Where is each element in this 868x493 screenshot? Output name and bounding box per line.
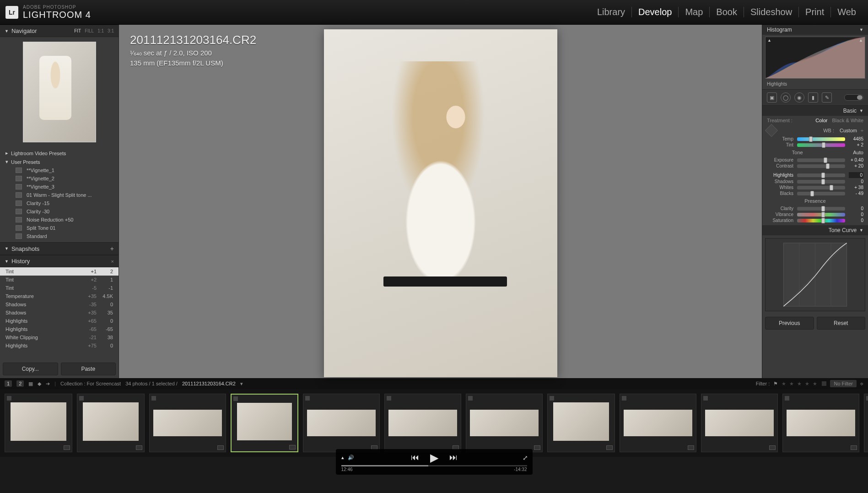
navigator-preview[interactable] (23, 42, 96, 142)
filmstrip-thumb[interactable] (5, 394, 72, 452)
prev-photo-icon[interactable]: ◆ (38, 381, 41, 387)
slider-vibrance[interactable]: Vibrance0 (762, 211, 868, 217)
slider-temp[interactable]: Temp4485 (762, 136, 868, 142)
video-scrubber[interactable] (341, 465, 527, 466)
history-entry[interactable]: Tint+21 (0, 276, 119, 284)
redeye-tool-icon[interactable]: ◉ (794, 92, 804, 103)
loupe-view[interactable]: 201112131203164.CR2 ¹⁄₆₄₀ sec at ƒ / 2.0… (119, 25, 762, 378)
snapshots-header[interactable]: ▼ Snapshots + (0, 242, 119, 255)
preset-item[interactable]: Noise Reduction +50 (0, 216, 119, 224)
clear-history-icon[interactable]: × (111, 259, 114, 264)
module-print[interactable]: Print (798, 7, 830, 17)
module-library[interactable]: Library (591, 7, 631, 17)
preset-item[interactable]: **Vignette_2 (0, 174, 119, 183)
history-entry[interactable]: Highlights-65-65 (0, 325, 119, 333)
tonecurve-header[interactable]: Tone Curve ▼ (762, 225, 868, 235)
history-entry[interactable]: Highlights+650 (0, 317, 119, 325)
add-snapshot-icon[interactable]: + (110, 245, 114, 252)
module-map[interactable]: Map (678, 7, 709, 17)
treatment-bw[interactable]: Black & White (832, 118, 863, 123)
filmstrip[interactable] (0, 389, 868, 457)
wb-dropdown[interactable]: Custom (840, 128, 857, 133)
slider-whites[interactable]: Whites+ 38 (762, 184, 868, 190)
preset-item[interactable]: **Vignette_1 (0, 166, 119, 174)
tone-curve-editor[interactable] (765, 238, 865, 311)
black-clip-indicator[interactable]: ▲ (767, 38, 771, 43)
history-entry[interactable]: White Clipping-2138 (0, 333, 119, 341)
slider-highlights[interactable]: Highlights0 (762, 172, 868, 179)
filmstrip-thumb[interactable] (384, 394, 461, 452)
filmstrip-thumb[interactable] (547, 394, 615, 452)
rewind-button[interactable]: ⏮ (411, 453, 419, 462)
spot-tool-icon[interactable]: ◯ (781, 92, 791, 103)
filmstrip-thumb[interactable] (864, 394, 868, 452)
preset-folder-video[interactable]: ▸Lightroom Video Presets (0, 149, 119, 157)
slider-saturation[interactable]: Saturation0 (762, 217, 868, 223)
slider-clarity[interactable]: Clarity0 (762, 206, 868, 211)
treatment-color[interactable]: Color (815, 118, 827, 123)
grid-icon[interactable]: ▦ (28, 381, 33, 387)
module-book[interactable]: Book (709, 7, 744, 17)
next-photo-icon[interactable]: ➔ (46, 381, 50, 387)
slider-shadows[interactable]: Shadows0 (762, 179, 868, 184)
dropdown-icon[interactable]: ÷ (861, 128, 863, 133)
filmstrip-thumb[interactable] (701, 394, 778, 452)
crop-tool-icon[interactable]: ▣ (767, 92, 777, 103)
main-image[interactable] (324, 29, 557, 377)
zoom-fit[interactable]: FIT (74, 28, 81, 33)
preset-item[interactable]: Standard (0, 232, 119, 240)
star-filter[interactable]: ★ ★ ★ ★ ★ (782, 381, 818, 387)
white-clip-indicator[interactable]: ▲ (859, 38, 863, 43)
filmstrip-thumb[interactable] (77, 394, 145, 452)
history-entry[interactable]: Tint+12 (0, 267, 119, 276)
volume-icon[interactable]: 🔊 (348, 455, 354, 460)
slider-tint[interactable]: Tint+ 2 (762, 142, 868, 148)
airplay-icon[interactable]: ▴ (341, 455, 344, 460)
filmstrip-thumb[interactable] (149, 394, 226, 452)
histogram-header[interactable]: Histogram▼ (762, 25, 868, 35)
filter-preset-dropdown[interactable]: No Filter (830, 380, 857, 387)
history-entry[interactable]: Shadows+3535 (0, 309, 119, 317)
history-header[interactable]: ▼ History × (0, 255, 119, 267)
slider-contrast[interactable]: Contrast+ 20 (762, 163, 868, 169)
navigator-header[interactable]: ▼ Navigator FIT FILL 1:1 3:1 (0, 25, 119, 37)
preset-item[interactable]: Clarity -15 (0, 199, 119, 207)
selected-file-label[interactable]: 201112131203164.CR2 (182, 381, 236, 386)
fullscreen-button[interactable]: ⤢ (523, 454, 528, 461)
preset-item[interactable]: 01 Warm - Slight Split tone ... (0, 191, 119, 199)
grad-filter-icon[interactable]: ▮ (808, 92, 818, 103)
zoom-fill[interactable]: FILL (85, 28, 94, 33)
filmstrip-thumb[interactable] (231, 394, 298, 452)
history-entry[interactable]: Temperature+354.5K (0, 292, 119, 300)
play-button[interactable]: ▶ (430, 451, 438, 464)
history-entry[interactable]: Highlights+750 (0, 341, 119, 350)
filmstrip-thumb[interactable] (466, 394, 543, 452)
view-mode-1[interactable]: 1 (5, 380, 12, 387)
filter-lock-icon[interactable]: ⎆ (860, 381, 863, 386)
color-filter-red[interactable] (822, 381, 826, 386)
paste-button[interactable]: Paste (61, 363, 116, 375)
module-slideshow[interactable]: Slideshow (744, 7, 798, 17)
previous-button[interactable]: Previous (765, 317, 814, 330)
slider-exposure[interactable]: Exposure+ 0.40 (762, 157, 868, 163)
preset-item[interactable]: Clarity -30 (0, 207, 119, 216)
history-entry[interactable]: Shadows-350 (0, 300, 119, 309)
flag-filter-icon[interactable]: ⚑ (773, 381, 778, 387)
preset-item[interactable]: Split Tone 01 (0, 224, 119, 232)
zoom-3to1[interactable]: 3:1 (108, 28, 114, 33)
view-mode-2[interactable]: 2 (16, 380, 24, 387)
brush-tool-icon[interactable]: ✎ (822, 92, 832, 103)
copy-button[interactable]: Copy... (3, 363, 58, 375)
module-develop[interactable]: Develop (631, 7, 678, 17)
navigator-zoom-modes[interactable]: FIT FILL 1:1 3:1 (74, 28, 114, 33)
preset-item[interactable]: **Vignette_3 (0, 183, 119, 191)
basic-header[interactable]: Basic ▼ (762, 106, 868, 116)
auto-tone-button[interactable]: Auto (853, 150, 863, 155)
module-web[interactable]: Web (830, 7, 863, 17)
forward-button[interactable]: ⏭ (449, 453, 458, 462)
panel-switch[interactable] (844, 94, 863, 101)
chevron-down-icon[interactable]: ▾ (240, 381, 243, 387)
histogram-view[interactable]: ▲▲ (765, 37, 865, 79)
zoom-1to1[interactable]: 1:1 (97, 28, 104, 33)
white-balance-picker-icon[interactable] (765, 124, 778, 137)
